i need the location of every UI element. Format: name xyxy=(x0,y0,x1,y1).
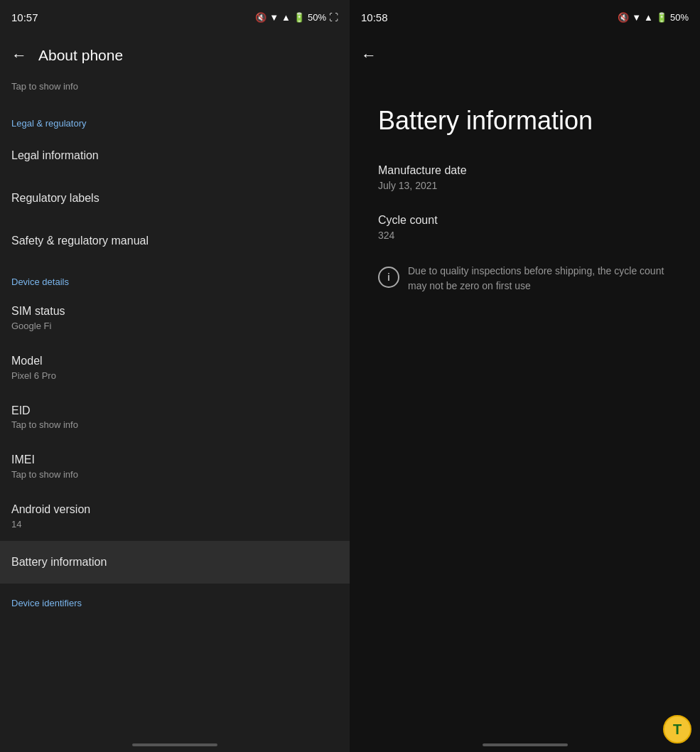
battery-percent-left: 50% xyxy=(308,12,326,23)
right-status-bar: 10:58 🔇 ▼ ▲ 🔋 50% xyxy=(350,0,700,34)
right-app-bar: ← xyxy=(350,34,700,77)
safety-regulatory-manual-title: Safety & regulatory manual xyxy=(11,234,338,249)
section-header-device-identifiers: Device identifiers xyxy=(0,584,350,614)
battery-icon: 🔋 xyxy=(294,12,305,23)
left-panel: 10:57 🔇 ▼ ▲ 🔋 50% ⛶ ← About phone Tap to… xyxy=(0,0,350,752)
right-mute-icon: 🔇 xyxy=(618,12,629,23)
right-status-time: 10:58 xyxy=(361,11,388,23)
note-text: Due to quality inspections before shippi… xyxy=(408,264,672,294)
sim-status-subtitle: Google Fi xyxy=(11,321,338,331)
left-app-bar: ← About phone xyxy=(0,34,350,77)
left-content: Tap to show info Legal & regulatory Lega… xyxy=(0,77,350,738)
manufacture-date-label: Manufacture date xyxy=(378,164,672,177)
right-battery-percent: 50% xyxy=(670,12,689,23)
eid-title: EID xyxy=(11,404,338,419)
left-back-button[interactable]: ← xyxy=(11,46,27,65)
imei-subtitle: Tap to show info xyxy=(11,469,338,480)
battery-information-title: Battery information xyxy=(11,555,338,570)
right-content: Battery information Manufacture date Jul… xyxy=(350,77,700,738)
cycle-count-value: 324 xyxy=(378,230,672,241)
signal-icon: ▲ xyxy=(281,12,291,23)
mute-icon: 🔇 xyxy=(255,12,266,23)
model-subtitle: Pixel 6 Pro xyxy=(11,370,338,381)
right-wifi-icon: ▼ xyxy=(632,12,641,23)
section-header-device-details: Device details xyxy=(0,262,350,293)
logo-circle: T xyxy=(663,715,691,743)
android-version-title: Android version xyxy=(11,503,338,517)
section-header-legal-regulatory: Legal & regulatory xyxy=(0,104,350,134)
manufacture-date-row: Manufacture date July 13, 2021 xyxy=(378,164,672,191)
right-signal-icon: ▲ xyxy=(644,12,653,23)
expand-icon: ⛶ xyxy=(329,12,338,23)
left-status-bar: 10:57 🔇 ▼ ▲ 🔋 50% ⛶ xyxy=(0,0,350,34)
settings-item-imei[interactable]: IMEI Tap to show info xyxy=(0,441,350,491)
right-panel: 10:58 🔇 ▼ ▲ 🔋 50% ← Battery information … xyxy=(350,0,700,752)
legal-information-title: Legal information xyxy=(11,149,338,163)
manufacture-date-value: July 13, 2021 xyxy=(378,180,672,191)
right-back-button[interactable]: ← xyxy=(361,46,377,65)
settings-item-battery-information[interactable]: Battery information xyxy=(0,541,350,584)
top-partial-text: Tap to show info xyxy=(11,81,78,92)
left-app-bar-title: About phone xyxy=(38,47,123,64)
left-status-time: 10:57 xyxy=(11,11,38,23)
right-scroll-indicator xyxy=(483,743,568,746)
left-status-icons: 🔇 ▼ ▲ 🔋 50% ⛶ xyxy=(255,12,338,23)
right-status-icons: 🔇 ▼ ▲ 🔋 50% xyxy=(618,12,689,23)
model-title: Model xyxy=(11,354,338,369)
settings-item-legal-information[interactable]: Legal information xyxy=(0,134,350,177)
wifi-icon: ▼ xyxy=(269,12,279,23)
sim-status-title: SIM status xyxy=(11,304,338,319)
regulatory-labels-title: Regulatory labels xyxy=(11,191,338,206)
settings-item-safety-regulatory-manual[interactable]: Safety & regulatory manual xyxy=(0,220,350,262)
eid-subtitle: Tap to show info xyxy=(11,419,338,430)
settings-item-eid[interactable]: EID Tap to show info xyxy=(0,392,350,442)
logo-letter: T xyxy=(673,721,682,738)
settings-item-regulatory-labels[interactable]: Regulatory labels xyxy=(0,177,350,220)
imei-title: IMEI xyxy=(11,453,338,468)
settings-item-sim-status[interactable]: SIM status Google Fi xyxy=(0,293,350,343)
right-battery-icon: 🔋 xyxy=(656,12,667,23)
settings-item-android-version[interactable]: Android version 14 xyxy=(0,491,350,541)
cycle-count-row: Cycle count 324 xyxy=(378,214,672,241)
settings-item-model[interactable]: Model Pixel 6 Pro xyxy=(0,343,350,392)
left-scroll-indicator xyxy=(132,743,217,746)
cycle-count-label: Cycle count xyxy=(378,214,672,227)
top-partial-item: Tap to show info xyxy=(0,77,350,104)
note-row: i Due to quality inspections before ship… xyxy=(378,264,672,294)
page-title: Battery information xyxy=(378,105,672,136)
android-version-subtitle: 14 xyxy=(11,519,338,530)
info-icon: i xyxy=(378,267,399,288)
bottom-logo: T xyxy=(663,715,691,743)
